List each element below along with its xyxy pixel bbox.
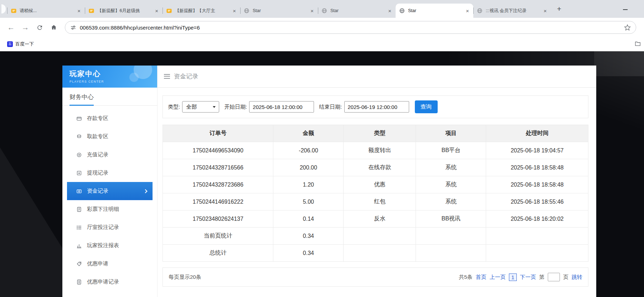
main-body: 类型: 全部 开始日期: 结束日期: 查询 bbox=[158, 88, 596, 287]
sidebar-item-label: 优惠申请 bbox=[87, 260, 108, 267]
tab-6-active[interactable]: Star × bbox=[396, 4, 473, 18]
jump-link[interactable]: 跳转 bbox=[572, 274, 582, 281]
pagination-bar: 每页显示20条 共5条 首页 上一页 1 下一页 第 页 跳转 bbox=[163, 267, 588, 287]
bookmark-baidu[interactable]: 百 百度一下 bbox=[4, 40, 37, 49]
players-center-subtitle: PLAYERS CENTER bbox=[69, 80, 157, 83]
cell-empty bbox=[416, 245, 486, 262]
cell-empty bbox=[344, 228, 416, 245]
sidebar-item-promo-apply-records[interactable]: 优惠申请记录 bbox=[67, 273, 153, 291]
cell-empty bbox=[486, 245, 588, 262]
players-center-title: 玩家中心 bbox=[69, 69, 157, 79]
sidebar-item-promo-apply[interactable]: 优惠申请 bbox=[67, 255, 153, 273]
tab-close-icon[interactable]: × bbox=[77, 7, 81, 14]
type-select[interactable]: 全部 bbox=[182, 101, 219, 113]
cell-type: 优惠 bbox=[344, 176, 416, 193]
globe-favicon bbox=[399, 8, 405, 14]
sidebar-item-withdraw[interactable]: 取款专区 bbox=[67, 127, 153, 146]
sidebar-item-player-bet-report[interactable]: 玩家投注报表 bbox=[67, 236, 153, 255]
search-button[interactable]: 查询 bbox=[415, 100, 438, 113]
baidu-favicon: 百 bbox=[7, 41, 13, 47]
tab-title: 【新提醒】【大厅主 bbox=[175, 8, 229, 14]
type-label: 类型: bbox=[168, 104, 180, 110]
cell-empty bbox=[486, 228, 588, 245]
cell-type: 反水 bbox=[344, 210, 416, 228]
sidebar-menu: 存款专区 取款专区 充值记录 提现记录 bbox=[62, 106, 157, 291]
table-row: 1750234802624137 0.14 反水 BB视讯 2025-06-18… bbox=[163, 210, 588, 228]
sidebar-item-recharge-records[interactable]: 充值记录 bbox=[67, 146, 153, 164]
browser-window: 请稍候... × 【新提醒】6月超级挑 × 【新提醒】【大厅主 × Star ×… bbox=[0, 0, 644, 297]
sidebar-item-label: 资金记录 bbox=[87, 188, 108, 194]
bookmark-label: 百度一下 bbox=[15, 41, 34, 47]
page-jump-input[interactable] bbox=[548, 273, 560, 281]
table-row-page-summary: 当前页统计 0.34 bbox=[163, 228, 588, 245]
bookmark-star-icon[interactable] bbox=[624, 24, 631, 31]
minimize-button[interactable] bbox=[623, 9, 628, 10]
tab-close-icon[interactable]: × bbox=[154, 7, 159, 14]
current-page-badge[interactable]: 1 bbox=[509, 273, 517, 281]
url-text[interactable]: 006539.com:8886/hhcp/usercenter.html?ini… bbox=[80, 25, 620, 31]
prev-page-link[interactable]: 上一页 bbox=[490, 274, 506, 281]
bookmarks-folder-icon[interactable] bbox=[634, 40, 641, 48]
cell-type: 在线存款 bbox=[344, 159, 416, 176]
fund-records-table: 订单号 金额 类型 项目 处理时间 1750244696534090 -206.… bbox=[163, 125, 588, 262]
cell-empty bbox=[416, 228, 486, 245]
sidebar-item-hall-bet-records[interactable]: 厅室投注记录 bbox=[67, 218, 153, 236]
table-row: 1750244328723686 1.20 优惠 系统 2025-06-18 1… bbox=[163, 176, 588, 193]
cell-summary-label: 当前页统计 bbox=[163, 228, 273, 245]
sidebar-item-fund-records[interactable]: 资金记录 bbox=[67, 182, 153, 200]
cell-project: 系统 bbox=[416, 193, 486, 210]
tab-close-icon[interactable]: × bbox=[387, 7, 392, 14]
sidebar-item-deposit[interactable]: 存款专区 bbox=[67, 109, 153, 127]
tag-icon bbox=[76, 261, 82, 267]
table-row-total-summary: 总统计 0.34 bbox=[163, 245, 588, 262]
tab-1[interactable]: 请稍候... × bbox=[7, 4, 85, 18]
bar-chart-icon bbox=[76, 243, 82, 249]
pagination-controls: 共5条 首页 上一页 1 下一页 第 页 跳转 bbox=[459, 273, 582, 281]
new-tab-button[interactable]: + bbox=[553, 3, 565, 15]
back-button[interactable]: ← bbox=[5, 21, 17, 33]
cell-order-no: 1750234802624137 bbox=[163, 210, 273, 228]
sidebar-item-label: 彩票下注明细 bbox=[87, 206, 119, 213]
page-size-text: 每页显示20条 bbox=[169, 274, 201, 281]
first-page-link[interactable]: 首页 bbox=[476, 274, 486, 281]
bookmarks-bar: 百 百度一下 bbox=[0, 37, 644, 51]
sidebar-item-lottery-bet-detail[interactable]: 彩票下注明细 bbox=[67, 200, 153, 218]
background-shape bbox=[594, 51, 644, 158]
start-date-input[interactable] bbox=[249, 101, 314, 113]
total-count-text: 共5条 bbox=[459, 274, 472, 281]
tab-title: Star bbox=[330, 8, 385, 13]
cell-project: BB平台 bbox=[416, 142, 486, 159]
home-button[interactable] bbox=[48, 21, 60, 33]
recharge-icon bbox=[76, 152, 82, 158]
tab-7[interactable]: :::视讯 会员下注纪录 × bbox=[473, 4, 551, 18]
forward-button[interactable]: → bbox=[19, 21, 31, 33]
window-controls bbox=[623, 0, 628, 11]
column-header-time: 处理时间 bbox=[486, 125, 588, 142]
cell-empty bbox=[344, 245, 416, 262]
tab-close-icon[interactable]: × bbox=[232, 7, 237, 14]
filter-bar: 类型: 全部 开始日期: 结束日期: 查询 bbox=[163, 95, 588, 118]
cell-order-no: 1750244146916222 bbox=[163, 193, 273, 210]
tab-close-icon[interactable]: × bbox=[310, 7, 314, 14]
tab-2[interactable]: 【新提醒】6月超级挑 × bbox=[85, 4, 163, 18]
cell-amount: -206.00 bbox=[273, 142, 344, 159]
address-bar[interactable]: 006539.com:8886/hhcp/usercenter.html?ini… bbox=[65, 21, 636, 34]
end-date-input[interactable] bbox=[344, 101, 409, 113]
reload-button[interactable] bbox=[34, 21, 46, 33]
tab-3[interactable]: 【新提醒】【大厅主 × bbox=[163, 4, 240, 18]
globe-favicon bbox=[321, 8, 328, 14]
tab-4[interactable]: Star × bbox=[240, 4, 318, 18]
coins-icon bbox=[76, 134, 82, 140]
tab-5[interactable]: Star × bbox=[318, 4, 396, 18]
cell-amount: 5.00 bbox=[273, 193, 344, 210]
sidebar-item-label: 玩家投注报表 bbox=[87, 242, 119, 249]
next-page-link[interactable]: 下一页 bbox=[520, 274, 536, 281]
tab-close-icon[interactable]: × bbox=[465, 7, 470, 14]
leftmost-tab-fragment[interactable] bbox=[1, 4, 6, 14]
sidebar-section-personal: 个人中心 bbox=[62, 294, 157, 297]
site-controls-icon[interactable] bbox=[70, 25, 76, 31]
cell-amount: 200.00 bbox=[273, 159, 344, 176]
tab-close-icon[interactable]: × bbox=[543, 7, 547, 14]
sidebar-item-withdraw-records[interactable]: 提现记录 bbox=[67, 164, 153, 182]
globe-favicon bbox=[477, 8, 483, 14]
